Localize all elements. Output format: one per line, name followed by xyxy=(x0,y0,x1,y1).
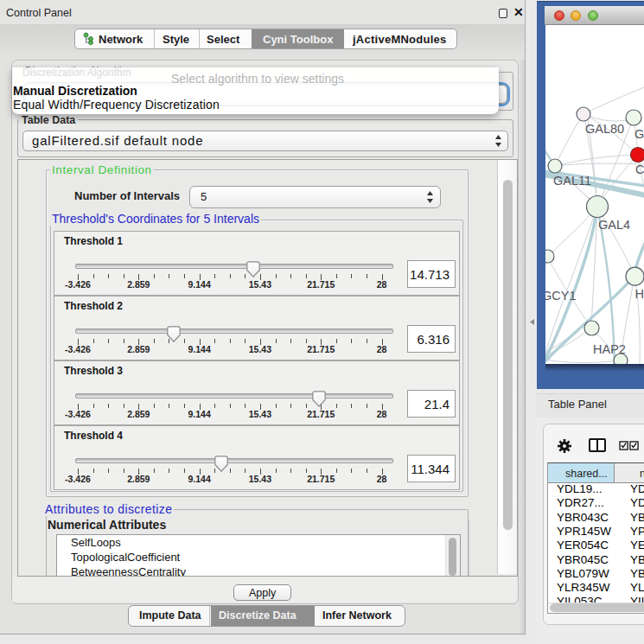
svg-text:GCY1: GCY1 xyxy=(545,289,577,303)
svg-text:HAP2: HAP2 xyxy=(593,342,626,356)
svg-text:GAL4: GAL4 xyxy=(598,218,630,232)
svg-text:H: H xyxy=(635,287,644,301)
svg-text:C: C xyxy=(635,163,644,176)
svg-text:GA: GA xyxy=(634,127,644,141)
svg-text:GAL80: GAL80 xyxy=(585,122,624,136)
svg-text:GAL11: GAL11 xyxy=(553,174,591,188)
